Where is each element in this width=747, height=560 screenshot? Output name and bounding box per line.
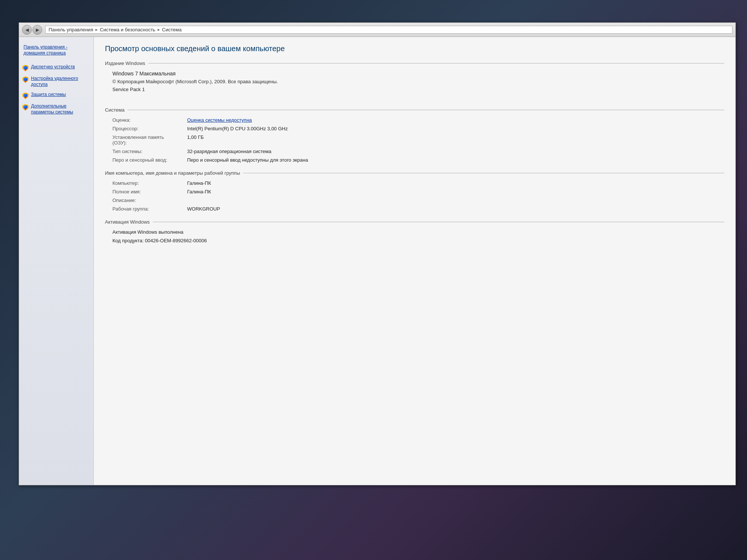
sidebar-label-system-protection: Защита системы	[31, 92, 66, 98]
system-label: Система	[105, 107, 124, 113]
main-panel: Просмотр основных сведений о вашем компь…	[94, 37, 735, 485]
nav-buttons: ◀ ▶	[22, 25, 42, 35]
shield-icon-remote-access	[22, 76, 29, 83]
windows-activation-line	[153, 222, 724, 222]
computer-name-content: Компьютер: Галина-ПК Полное имя: Галина-…	[105, 180, 724, 212]
system-section: Система Оценка: Оценка системы недоступн…	[105, 107, 724, 163]
system-row-rating: Оценка: Оценка системы недоступна	[112, 117, 724, 123]
sidebar: Панель управления - домашняя страница Ди…	[19, 37, 94, 485]
system-header: Система	[105, 107, 724, 113]
windows-edition-name: Windows 7 Максимальная	[112, 71, 724, 77]
breadcrumb-sep-1: ►	[94, 28, 98, 32]
computer-label-description: Описание:	[112, 197, 187, 203]
spacer-1	[105, 100, 724, 107]
system-row-ram: Установленная память (ОЗУ): 1,00 ГБ	[112, 134, 724, 146]
system-label-processor: Процессор:	[112, 126, 187, 131]
activation-value-key: Код продукта: 00426-OEM-8992662-00006	[112, 238, 207, 243]
back-button[interactable]: ◀	[22, 25, 32, 35]
system-value-pen: Перо и сенсорный ввод недоступны для это…	[187, 157, 308, 163]
sidebar-label-device-manager: Диспетчер устройств	[31, 64, 75, 70]
service-pack: Service Pack 1	[112, 87, 724, 92]
windows-edition-section: Издание Windows Windows 7 Максимальная ©…	[105, 60, 724, 92]
sidebar-label-advanced-settings: Дополнительные параметры системы	[31, 103, 90, 115]
system-value-ram: 1,00 ГБ	[187, 134, 204, 146]
computer-value-fullname: Галина-ПК	[187, 189, 211, 195]
computer-name-label: Имя компьютера, имя домена и параметры р…	[105, 170, 240, 176]
system-value-processor: Intel(R) Pentium(R) D CPU 3.00GHz 3,00 G…	[187, 126, 288, 131]
sidebar-item-remote-access[interactable]: Настройка удаленного доступа	[19, 74, 93, 90]
computer-label-fullname: Полное имя:	[112, 189, 187, 195]
sidebar-label-remote-access: Настройка удаленного доступа	[31, 76, 90, 87]
computer-value-workgroup: WORKGROUP	[187, 206, 220, 212]
page-title: Просмотр основных сведений о вашем компь…	[105, 44, 724, 53]
breadcrumb-sep-2: ►	[157, 28, 161, 32]
windows-edition-content: Windows 7 Максимальная © Корпорация Майк…	[105, 71, 724, 92]
computer-name-line	[243, 173, 724, 173]
system-content: Оценка: Оценка системы недоступна Процес…	[105, 117, 724, 163]
computer-value-name: Галина-ПК	[187, 180, 211, 186]
computer-label-workgroup: Рабочая группа:	[112, 206, 187, 212]
computer-name-header: Имя компьютера, имя домена и параметры р…	[105, 170, 724, 176]
sidebar-item-advanced-settings[interactable]: Дополнительные параметры системы	[19, 101, 93, 117]
activation-row-key: Код продукта: 00426-OEM-8992662-00006	[112, 238, 724, 243]
breadcrumb-bar: Панель управления ► Система и безопаснос…	[45, 26, 732, 34]
system-label-pen: Перо и сенсорный ввод:	[112, 157, 187, 163]
system-row-processor: Процессор: Intel(R) Pentium(R) D CPU 3.0…	[112, 126, 724, 131]
computer-row-fullname: Полное имя: Галина-ПК	[112, 189, 724, 195]
computer-row-name: Компьютер: Галина-ПК	[112, 180, 724, 186]
computer-label-name: Компьютер:	[112, 180, 187, 186]
breadcrumb-security[interactable]: Система и безопасность	[100, 27, 155, 32]
system-label-rating: Оценка:	[112, 117, 187, 123]
windows-edition-header: Издание Windows	[105, 60, 724, 66]
computer-row-description: Описание:	[112, 197, 724, 203]
shield-icon-device-manager	[22, 65, 29, 71]
system-label-ram: Установленная память (ОЗУ):	[112, 134, 187, 146]
activation-row-status: Активация Windows выполнена	[112, 229, 724, 235]
address-bar: ◀ ▶ Панель управления ► Система и безопа…	[19, 23, 735, 37]
system-row-type: Тип системы: 32-разрядная операционная с…	[112, 149, 724, 154]
windows-copyright: © Корпорация Майкрософт (Microsoft Corp.…	[112, 79, 724, 84]
computer-row-workgroup: Рабочая группа: WORKGROUP	[112, 206, 724, 212]
system-window: ◀ ▶ Панель управления ► Система и безопа…	[19, 22, 736, 485]
windows-activation-header: Активация Windows	[105, 219, 724, 225]
system-value-type: 32-разрядная операционная система	[187, 149, 271, 154]
sidebar-item-device-manager[interactable]: Диспетчер устройств	[19, 62, 93, 74]
content-area: Панель управления - домашняя страница Ди…	[19, 37, 735, 485]
windows-edition-label: Издание Windows	[105, 60, 145, 66]
sidebar-home-link[interactable]: Панель управления - домашняя страница	[19, 41, 93, 62]
windows-activation-label: Активация Windows	[105, 219, 150, 225]
computer-name-section: Имя компьютера, имя домена и параметры р…	[105, 170, 724, 212]
system-line	[127, 110, 724, 110]
windows-activation-section: Активация Windows Активация Windows выпо…	[105, 219, 724, 243]
sidebar-item-system-protection[interactable]: Защита системы	[19, 90, 93, 101]
system-label-type: Тип системы:	[112, 149, 187, 154]
shield-icon-system-protection	[22, 92, 29, 99]
breadcrumb-control-panel[interactable]: Панель управления	[49, 27, 93, 32]
system-row-pen: Перо и сенсорный ввод: Перо и сенсорный …	[112, 157, 724, 163]
windows-activation-content: Активация Windows выполнена Код продукта…	[105, 229, 724, 243]
shield-icon-advanced-settings	[22, 104, 29, 111]
system-value-rating[interactable]: Оценка системы недоступна	[187, 117, 252, 123]
activation-value-status: Активация Windows выполнена	[112, 229, 183, 235]
forward-button[interactable]: ▶	[32, 25, 42, 35]
windows-edition-line	[148, 63, 724, 63]
breadcrumb-system[interactable]: Система	[162, 27, 182, 32]
